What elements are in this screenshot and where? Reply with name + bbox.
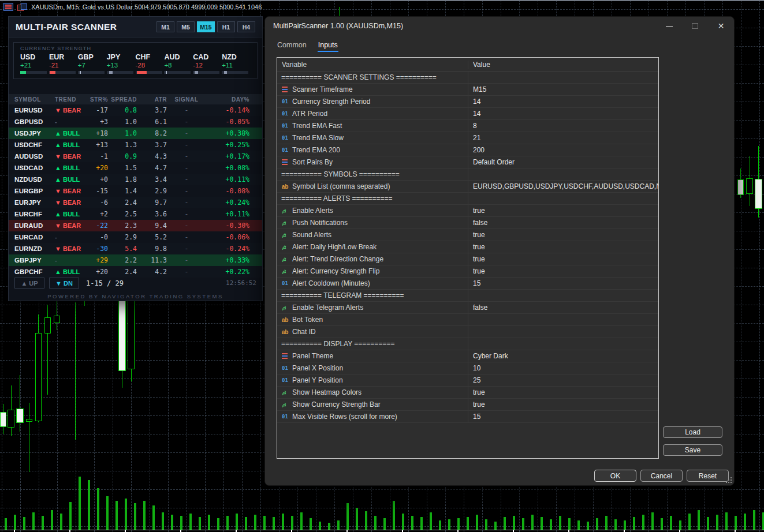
quotes-list-icon[interactable]	[3, 3, 13, 11]
parameter-value-cell[interactable]: false	[468, 217, 658, 228]
minimize-icon[interactable]	[656, 17, 682, 35]
parameter-value-cell[interactable]: true	[468, 229, 658, 241]
parameter-value-cell[interactable]	[468, 290, 658, 301]
variable-column-header[interactable]: Variable	[277, 61, 468, 69]
volume-bar	[402, 514, 404, 530]
table-row[interactable]: EURGBP▼ BEAR-151.42.9--0.08%	[9, 185, 262, 197]
ok-button[interactable]: OK	[594, 470, 636, 482]
timeframe-button-m5[interactable]: M5	[177, 21, 195, 32]
parameter-row-section[interactable]: ========== DISPLAY ==========	[277, 338, 658, 350]
table-row[interactable]: NZDUSD▲ BULL+01.83.4-+0.11%	[9, 174, 262, 185]
parameter-value-cell[interactable]	[468, 326, 658, 338]
parameter-row[interactable]: 01Panel Y Position25	[277, 374, 658, 387]
parameter-row[interactable]: Show Currency Strength Bartrue	[277, 399, 658, 411]
table-row[interactable]: USDJPY▲ BULL+181.08.2-+0.38%	[9, 128, 262, 139]
tab-inputs[interactable]: Inputs	[318, 39, 338, 52]
parameter-row[interactable]: Sound Alertstrue	[277, 229, 658, 241]
parameter-row[interactable]: Scanner TimeframeM15	[277, 84, 658, 96]
parameter-row-section[interactable]: ========== SYMBOLS ==========	[277, 168, 658, 181]
cancel-button[interactable]: Cancel	[640, 470, 683, 482]
parameter-value-cell[interactable]	[468, 168, 658, 180]
table-row[interactable]: GBPCHF▲ BULL+202.44.2-+0.22%	[9, 266, 262, 278]
parameter-row-section[interactable]: ========== SCANNER SETTINGS ==========	[277, 72, 658, 84]
parameter-row[interactable]: Panel ThemeCyber Dark	[277, 350, 658, 362]
value-column-header[interactable]: Value	[468, 61, 658, 69]
timeframe-button-m15[interactable]: M15	[197, 21, 215, 32]
parameter-row[interactable]: Alert: Trend Direction Changetrue	[277, 253, 658, 265]
table-row[interactable]: EURNZD▼ BEAR-305.49.8--0.24%	[9, 243, 262, 254]
table-row[interactable]: EURCAD--02.95.2--0.06%	[9, 231, 262, 243]
chart-windows-icon[interactable]	[17, 3, 27, 11]
parameter-value-cell[interactable]: 200	[468, 144, 658, 156]
dialog-titlebar[interactable]: MultiPairScanner 1.00 (XAUUSDm,M15) ✕	[265, 17, 734, 35]
parameter-row[interactable]: 01ATR Period14	[277, 108, 658, 120]
parameter-value-cell[interactable]: 21	[468, 132, 658, 144]
parameter-value-cell[interactable]	[468, 314, 658, 325]
parameter-row-section[interactable]: ========== TELEGRAM ==========	[277, 290, 658, 302]
parameter-row[interactable]: 01Trend EMA Slow21	[277, 132, 658, 144]
table-row[interactable]: GBPUSD-+31.06.1--0.05%	[9, 116, 262, 128]
timeframe-button-h1[interactable]: H1	[217, 21, 235, 32]
parameter-row[interactable]: abBot Token	[277, 314, 658, 326]
table-row[interactable]: EURAUD▼ BEAR-222.39.4--0.30%	[9, 220, 262, 231]
parameter-value-cell[interactable]: Default Order	[468, 156, 658, 168]
parameter-value-cell[interactable]	[468, 338, 658, 350]
parameter-row[interactable]: 01Alert Cooldown (Minutes)15	[277, 278, 658, 290]
parameter-value-cell[interactable]: M15	[468, 84, 658, 95]
table-row[interactable]: AUDUSD▼ BEAR-10.94.3-+0.17%	[9, 151, 262, 162]
page-down-button[interactable]: ▼ DN	[49, 278, 79, 289]
table-row[interactable]: USDCHF▲ BULL+131.33.7-+0.25%	[9, 139, 262, 151]
parameter-value-cell[interactable]	[468, 193, 658, 204]
parameter-row[interactable]: Alert: Currency Strength Fliptrue	[277, 265, 658, 278]
parameter-row[interactable]: Alert: Daily High/Low Breaktrue	[277, 241, 658, 253]
parameter-value-cell[interactable]: true	[468, 241, 658, 253]
parameter-value-cell[interactable]: true	[468, 387, 658, 398]
int-icon: 01	[281, 377, 289, 383]
table-row[interactable]: USDCAD▲ BULL+201.54.7-+0.08%	[9, 162, 262, 174]
parameter-row[interactable]: Enable Alertstrue	[277, 205, 658, 217]
parameter-value-cell[interactable]: false	[468, 302, 658, 313]
parameter-value-cell[interactable]: 8	[468, 120, 658, 132]
save-button[interactable]: Save	[663, 444, 722, 456]
parameter-value-cell[interactable]: 25	[468, 374, 658, 386]
tab-common[interactable]: Common	[277, 39, 307, 52]
table-row[interactable]: EURCHF▲ BULL+22.53.6-+0.11%	[9, 208, 262, 220]
parameter-row[interactable]: 01Trend EMA Fast8	[277, 120, 658, 132]
parameter-value-cell[interactable]: EURUSD,GBPUSD,USDJPY,USDCHF,AUDUSD,USDCA…	[468, 181, 658, 192]
parameter-row[interactable]: Show Heatmap Colorstrue	[277, 387, 658, 399]
parameter-row[interactable]: 01Max Visible Rows (scroll for more)15	[277, 411, 658, 423]
parameter-row[interactable]: abSymbol List (comma separated)EURUSD,GB…	[277, 181, 658, 193]
parameter-value-cell[interactable]: 15	[468, 278, 658, 289]
parameter-row[interactable]: Sort Pairs ByDefault Order	[277, 156, 658, 168]
parameter-value-cell[interactable]: true	[468, 265, 658, 277]
parameter-value-cell[interactable]: true	[468, 205, 658, 216]
parameter-value-cell[interactable]: true	[468, 399, 658, 410]
parameter-value-cell[interactable]: 14	[468, 96, 658, 107]
parameter-row[interactable]: 01Trend EMA 200200	[277, 144, 658, 156]
parameter-row[interactable]: Enable Telegram Alertsfalse	[277, 302, 658, 314]
parameter-value-cell[interactable]: 10	[468, 362, 658, 374]
parameter-row[interactable]: abChat ID	[277, 326, 658, 338]
parameter-row[interactable]: 01Panel X Position10	[277, 362, 658, 374]
parameter-value-cell[interactable]	[468, 72, 658, 83]
table-row[interactable]: EURUSD▼ BEAR-170.83.7--0.14%	[9, 104, 262, 116]
resize-grip-icon[interactable]	[726, 477, 732, 483]
maximize-icon[interactable]	[682, 17, 708, 35]
page-up-button[interactable]: ▲ UP	[14, 278, 44, 289]
reset-button[interactable]: Reset	[687, 470, 729, 482]
parameter-row[interactable]: 01Currency Strength Period14	[277, 96, 658, 108]
parameter-row[interactable]: Push Notificationsfalse	[277, 217, 658, 229]
timeframe-button-m1[interactable]: M1	[156, 21, 174, 32]
table-row[interactable]: GBPJPY-+292.211.3-+0.33%	[9, 254, 262, 266]
parameter-value-cell[interactable]: true	[468, 253, 658, 265]
volume-bar	[430, 512, 432, 530]
close-icon[interactable]: ✕	[708, 17, 734, 35]
load-button[interactable]: Load	[663, 426, 722, 438]
parameter-row-section[interactable]: ========== ALERTS ==========	[277, 193, 658, 205]
parameter-value-cell[interactable]: 14	[468, 108, 658, 119]
parameter-value-cell[interactable]: 15	[468, 411, 658, 422]
table-row[interactable]: EURJPY▼ BEAR-62.49.7-+0.24%	[9, 197, 262, 208]
volume-bar	[254, 515, 256, 530]
parameter-value-cell[interactable]: Cyber Dark	[468, 350, 658, 362]
timeframe-button-h4[interactable]: H4	[237, 21, 255, 32]
